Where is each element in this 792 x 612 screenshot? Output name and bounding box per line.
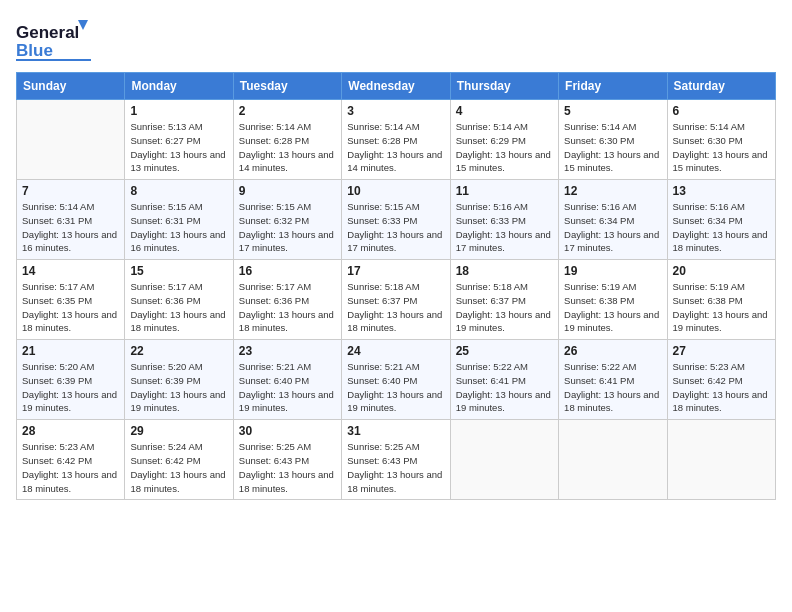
calendar-cell: 16Sunrise: 5:17 AMSunset: 6:36 PMDayligh… bbox=[233, 260, 341, 340]
day-number: 26 bbox=[564, 344, 661, 358]
day-number: 13 bbox=[673, 184, 770, 198]
day-number: 18 bbox=[456, 264, 553, 278]
day-detail: Sunrise: 5:22 AMSunset: 6:41 PMDaylight:… bbox=[564, 360, 661, 415]
day-number: 27 bbox=[673, 344, 770, 358]
day-number: 9 bbox=[239, 184, 336, 198]
weekday-header: Saturday bbox=[667, 73, 775, 100]
day-detail: Sunrise: 5:17 AMSunset: 6:35 PMDaylight:… bbox=[22, 280, 119, 335]
day-detail: Sunrise: 5:14 AMSunset: 6:29 PMDaylight:… bbox=[456, 120, 553, 175]
day-detail: Sunrise: 5:16 AMSunset: 6:34 PMDaylight:… bbox=[564, 200, 661, 255]
calendar-cell: 8Sunrise: 5:15 AMSunset: 6:31 PMDaylight… bbox=[125, 180, 233, 260]
calendar-cell: 21Sunrise: 5:20 AMSunset: 6:39 PMDayligh… bbox=[17, 340, 125, 420]
calendar-row: 28Sunrise: 5:23 AMSunset: 6:42 PMDayligh… bbox=[17, 420, 776, 500]
weekday-header: Sunday bbox=[17, 73, 125, 100]
day-number: 7 bbox=[22, 184, 119, 198]
svg-text:General: General bbox=[16, 23, 79, 42]
calendar-cell: 14Sunrise: 5:17 AMSunset: 6:35 PMDayligh… bbox=[17, 260, 125, 340]
day-number: 3 bbox=[347, 104, 444, 118]
day-number: 29 bbox=[130, 424, 227, 438]
day-number: 12 bbox=[564, 184, 661, 198]
day-detail: Sunrise: 5:18 AMSunset: 6:37 PMDaylight:… bbox=[347, 280, 444, 335]
weekday-header: Tuesday bbox=[233, 73, 341, 100]
day-number: 30 bbox=[239, 424, 336, 438]
day-detail: Sunrise: 5:14 AMSunset: 6:28 PMDaylight:… bbox=[347, 120, 444, 175]
calendar-cell: 2Sunrise: 5:14 AMSunset: 6:28 PMDaylight… bbox=[233, 100, 341, 180]
day-detail: Sunrise: 5:23 AMSunset: 6:42 PMDaylight:… bbox=[22, 440, 119, 495]
day-detail: Sunrise: 5:19 AMSunset: 6:38 PMDaylight:… bbox=[673, 280, 770, 335]
calendar-cell: 12Sunrise: 5:16 AMSunset: 6:34 PMDayligh… bbox=[559, 180, 667, 260]
calendar-cell: 27Sunrise: 5:23 AMSunset: 6:42 PMDayligh… bbox=[667, 340, 775, 420]
calendar-cell: 18Sunrise: 5:18 AMSunset: 6:37 PMDayligh… bbox=[450, 260, 558, 340]
day-detail: Sunrise: 5:24 AMSunset: 6:42 PMDaylight:… bbox=[130, 440, 227, 495]
calendar-cell: 24Sunrise: 5:21 AMSunset: 6:40 PMDayligh… bbox=[342, 340, 450, 420]
day-number: 1 bbox=[130, 104, 227, 118]
calendar-cell: 10Sunrise: 5:15 AMSunset: 6:33 PMDayligh… bbox=[342, 180, 450, 260]
day-number: 19 bbox=[564, 264, 661, 278]
calendar-cell: 6Sunrise: 5:14 AMSunset: 6:30 PMDaylight… bbox=[667, 100, 775, 180]
calendar-cell: 31Sunrise: 5:25 AMSunset: 6:43 PMDayligh… bbox=[342, 420, 450, 500]
day-number: 24 bbox=[347, 344, 444, 358]
calendar-cell bbox=[450, 420, 558, 500]
svg-marker-2 bbox=[78, 20, 88, 30]
day-number: 5 bbox=[564, 104, 661, 118]
day-number: 25 bbox=[456, 344, 553, 358]
day-detail: Sunrise: 5:17 AMSunset: 6:36 PMDaylight:… bbox=[130, 280, 227, 335]
day-number: 15 bbox=[130, 264, 227, 278]
day-detail: Sunrise: 5:13 AMSunset: 6:27 PMDaylight:… bbox=[130, 120, 227, 175]
calendar-cell: 26Sunrise: 5:22 AMSunset: 6:41 PMDayligh… bbox=[559, 340, 667, 420]
day-detail: Sunrise: 5:14 AMSunset: 6:31 PMDaylight:… bbox=[22, 200, 119, 255]
day-number: 2 bbox=[239, 104, 336, 118]
day-number: 8 bbox=[130, 184, 227, 198]
calendar-cell: 5Sunrise: 5:14 AMSunset: 6:30 PMDaylight… bbox=[559, 100, 667, 180]
calendar-cell: 7Sunrise: 5:14 AMSunset: 6:31 PMDaylight… bbox=[17, 180, 125, 260]
calendar-cell bbox=[667, 420, 775, 500]
calendar-row: 1Sunrise: 5:13 AMSunset: 6:27 PMDaylight… bbox=[17, 100, 776, 180]
calendar-row: 14Sunrise: 5:17 AMSunset: 6:35 PMDayligh… bbox=[17, 260, 776, 340]
day-number: 21 bbox=[22, 344, 119, 358]
day-number: 31 bbox=[347, 424, 444, 438]
logo: General Blue bbox=[16, 16, 101, 64]
day-number: 14 bbox=[22, 264, 119, 278]
day-detail: Sunrise: 5:22 AMSunset: 6:41 PMDaylight:… bbox=[456, 360, 553, 415]
calendar-cell: 13Sunrise: 5:16 AMSunset: 6:34 PMDayligh… bbox=[667, 180, 775, 260]
weekday-header-row: SundayMondayTuesdayWednesdayThursdayFrid… bbox=[17, 73, 776, 100]
day-number: 4 bbox=[456, 104, 553, 118]
day-detail: Sunrise: 5:20 AMSunset: 6:39 PMDaylight:… bbox=[22, 360, 119, 415]
day-detail: Sunrise: 5:20 AMSunset: 6:39 PMDaylight:… bbox=[130, 360, 227, 415]
day-detail: Sunrise: 5:16 AMSunset: 6:33 PMDaylight:… bbox=[456, 200, 553, 255]
calendar-row: 21Sunrise: 5:20 AMSunset: 6:39 PMDayligh… bbox=[17, 340, 776, 420]
day-number: 6 bbox=[673, 104, 770, 118]
calendar-row: 7Sunrise: 5:14 AMSunset: 6:31 PMDaylight… bbox=[17, 180, 776, 260]
day-detail: Sunrise: 5:21 AMSunset: 6:40 PMDaylight:… bbox=[347, 360, 444, 415]
day-detail: Sunrise: 5:14 AMSunset: 6:30 PMDaylight:… bbox=[564, 120, 661, 175]
day-number: 22 bbox=[130, 344, 227, 358]
day-number: 23 bbox=[239, 344, 336, 358]
calendar-cell: 25Sunrise: 5:22 AMSunset: 6:41 PMDayligh… bbox=[450, 340, 558, 420]
calendar-cell bbox=[559, 420, 667, 500]
calendar-cell: 3Sunrise: 5:14 AMSunset: 6:28 PMDaylight… bbox=[342, 100, 450, 180]
day-detail: Sunrise: 5:16 AMSunset: 6:34 PMDaylight:… bbox=[673, 200, 770, 255]
calendar-cell: 1Sunrise: 5:13 AMSunset: 6:27 PMDaylight… bbox=[125, 100, 233, 180]
day-detail: Sunrise: 5:23 AMSunset: 6:42 PMDaylight:… bbox=[673, 360, 770, 415]
day-detail: Sunrise: 5:14 AMSunset: 6:28 PMDaylight:… bbox=[239, 120, 336, 175]
calendar-cell: 20Sunrise: 5:19 AMSunset: 6:38 PMDayligh… bbox=[667, 260, 775, 340]
day-detail: Sunrise: 5:25 AMSunset: 6:43 PMDaylight:… bbox=[239, 440, 336, 495]
header: General Blue bbox=[16, 16, 776, 64]
day-detail: Sunrise: 5:15 AMSunset: 6:31 PMDaylight:… bbox=[130, 200, 227, 255]
day-number: 20 bbox=[673, 264, 770, 278]
weekday-header: Friday bbox=[559, 73, 667, 100]
day-detail: Sunrise: 5:14 AMSunset: 6:30 PMDaylight:… bbox=[673, 120, 770, 175]
calendar-cell: 30Sunrise: 5:25 AMSunset: 6:43 PMDayligh… bbox=[233, 420, 341, 500]
day-detail: Sunrise: 5:21 AMSunset: 6:40 PMDaylight:… bbox=[239, 360, 336, 415]
calendar-cell: 9Sunrise: 5:15 AMSunset: 6:32 PMDaylight… bbox=[233, 180, 341, 260]
day-number: 28 bbox=[22, 424, 119, 438]
calendar-cell: 22Sunrise: 5:20 AMSunset: 6:39 PMDayligh… bbox=[125, 340, 233, 420]
weekday-header: Thursday bbox=[450, 73, 558, 100]
calendar-cell: 19Sunrise: 5:19 AMSunset: 6:38 PMDayligh… bbox=[559, 260, 667, 340]
day-detail: Sunrise: 5:18 AMSunset: 6:37 PMDaylight:… bbox=[456, 280, 553, 335]
day-detail: Sunrise: 5:25 AMSunset: 6:43 PMDaylight:… bbox=[347, 440, 444, 495]
logo-svg: General Blue bbox=[16, 16, 101, 64]
day-detail: Sunrise: 5:19 AMSunset: 6:38 PMDaylight:… bbox=[564, 280, 661, 335]
day-number: 17 bbox=[347, 264, 444, 278]
day-number: 11 bbox=[456, 184, 553, 198]
